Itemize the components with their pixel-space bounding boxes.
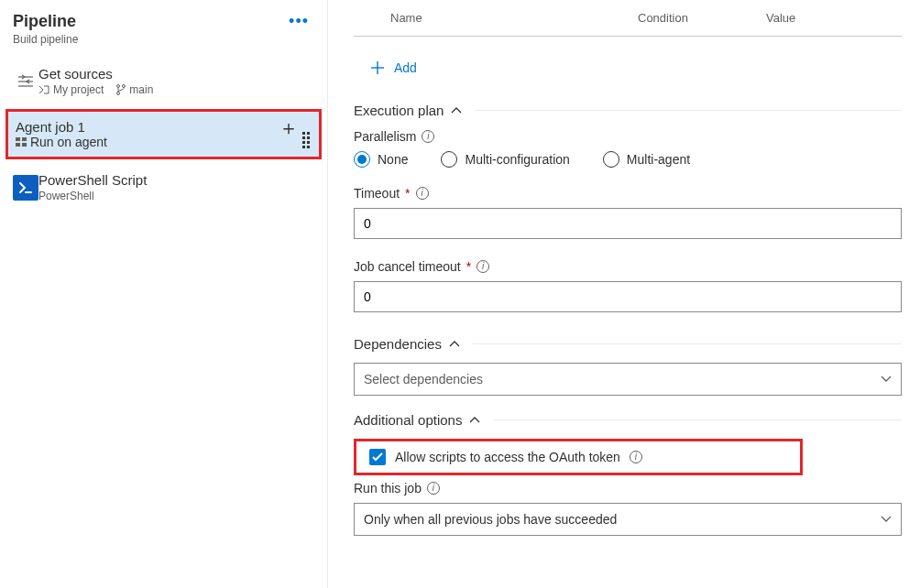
additional-options-header[interactable]: Additional options bbox=[354, 412, 902, 428]
parallelism-label: Parallelism bbox=[354, 129, 416, 144]
parallelism-options: None Multi-configuration Multi-agent bbox=[354, 151, 902, 168]
agent-job-item-selected[interactable]: Agent job 1 Run on agent ＋ bbox=[5, 109, 322, 159]
info-icon[interactable]: i bbox=[416, 187, 429, 200]
branch-indicator: main bbox=[116, 83, 153, 96]
col-name: Name bbox=[354, 11, 638, 25]
col-value: Value bbox=[766, 11, 902, 25]
get-sources-title: Get sources bbox=[38, 66, 314, 82]
get-sources-item[interactable]: Get sources My project main bbox=[0, 59, 327, 103]
dependencies-select[interactable]: Select dependencies bbox=[354, 363, 902, 396]
repo-indicator: My project bbox=[38, 83, 104, 96]
svg-point-4 bbox=[123, 85, 126, 88]
plus-icon bbox=[370, 60, 385, 75]
svg-rect-7 bbox=[22, 137, 27, 141]
add-label: Add bbox=[394, 60, 417, 75]
add-task-button[interactable]: ＋ bbox=[279, 116, 299, 139]
execution-plan-header[interactable]: Execution plan bbox=[354, 103, 902, 118]
branch-name: main bbox=[129, 83, 153, 96]
variables-header: Name Condition Value bbox=[354, 5, 902, 37]
cancel-timeout-label: Job cancel timeout bbox=[354, 259, 461, 274]
parallelism-multi-agent[interactable]: Multi-agent bbox=[603, 151, 690, 168]
add-variable-button[interactable]: Add bbox=[370, 60, 417, 75]
get-sources-icon bbox=[13, 75, 38, 88]
chevron-down-icon bbox=[881, 516, 892, 523]
run-job-select[interactable]: Only when all previous jobs have succeed… bbox=[354, 503, 902, 536]
info-icon[interactable]: i bbox=[476, 260, 489, 273]
repo-name: My project bbox=[53, 83, 104, 96]
svg-rect-8 bbox=[16, 143, 20, 147]
ps-task-title: PowerShell Script bbox=[38, 172, 314, 188]
agent-job-sub: Run on agent bbox=[30, 135, 107, 149]
timeout-input[interactable] bbox=[354, 208, 902, 239]
run-job-label: Run this job bbox=[354, 481, 422, 495]
timeout-label: Timeout bbox=[354, 186, 400, 201]
svg-point-5 bbox=[117, 93, 120, 95]
pipeline-tree: Pipeline Build pipeline ••• Get sources … bbox=[0, 0, 328, 588]
chevron-up-icon bbox=[449, 341, 460, 348]
chevron-up-icon bbox=[469, 417, 480, 424]
info-icon[interactable]: i bbox=[422, 130, 434, 143]
chevron-down-icon bbox=[881, 376, 892, 383]
info-icon[interactable]: i bbox=[427, 482, 440, 495]
dependencies-header[interactable]: Dependencies bbox=[354, 336, 902, 352]
svg-rect-6 bbox=[16, 137, 20, 141]
details-panel: Name Condition Value Add Execution plan … bbox=[328, 0, 920, 588]
col-condition: Condition bbox=[638, 11, 766, 25]
drag-handle-icon[interactable] bbox=[302, 132, 310, 148]
svg-point-3 bbox=[117, 85, 120, 88]
pipeline-title: Pipeline bbox=[13, 11, 281, 31]
oauth-label: Allow scripts to access the OAuth token bbox=[395, 450, 620, 464]
ps-task-sub: PowerShell bbox=[38, 190, 94, 202]
powershell-icon bbox=[13, 175, 38, 201]
cancel-timeout-input[interactable] bbox=[354, 281, 902, 312]
chevron-up-icon bbox=[451, 107, 462, 114]
oauth-checkbox[interactable] bbox=[369, 449, 386, 465]
agent-icon bbox=[16, 137, 27, 147]
pipeline-more-button[interactable]: ••• bbox=[281, 11, 316, 31]
oauth-token-option-highlight: Allow scripts to access the OAuth token … bbox=[354, 439, 803, 475]
parallelism-none[interactable]: None bbox=[354, 151, 408, 168]
svg-rect-9 bbox=[22, 143, 27, 147]
info-icon[interactable]: i bbox=[630, 451, 642, 463]
parallelism-multi-config[interactable]: Multi-configuration bbox=[441, 151, 569, 168]
powershell-task-item[interactable]: PowerShell Script PowerShell bbox=[0, 165, 327, 210]
agent-job-title: Agent job 1 bbox=[16, 119, 279, 135]
pipeline-subtitle: Build pipeline bbox=[13, 33, 281, 46]
